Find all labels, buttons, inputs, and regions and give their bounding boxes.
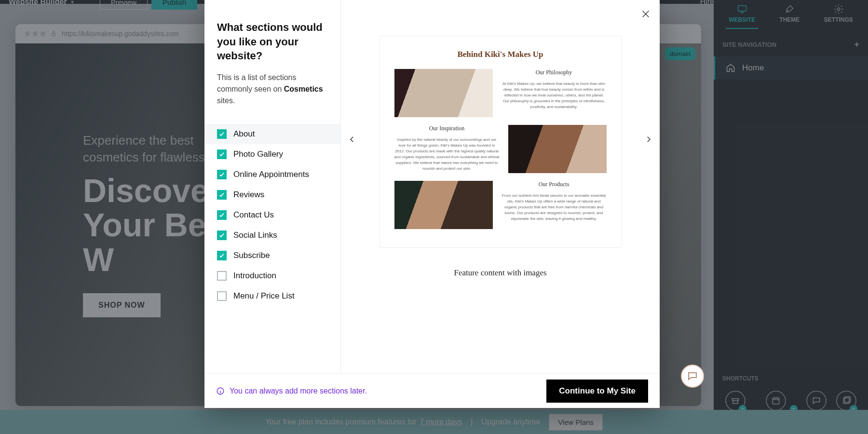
info-icon bbox=[216, 387, 225, 395]
section-option[interactable]: Reviews bbox=[204, 185, 340, 205]
svg-rect-0 bbox=[738, 6, 746, 11]
gear-icon bbox=[833, 4, 844, 14]
modal-left-pane: What sections would you like on your web… bbox=[204, 0, 341, 373]
chat-bubble-button[interactable] bbox=[681, 365, 704, 388]
plus-icon[interactable]: + bbox=[854, 40, 859, 50]
check-icon bbox=[218, 252, 225, 259]
brush-icon bbox=[784, 4, 795, 14]
modal-description: This is a list of sections commonly seen… bbox=[217, 72, 328, 107]
prev-arrow[interactable] bbox=[348, 134, 356, 147]
chevron-right-icon bbox=[644, 135, 653, 144]
upgrade-banner: Your free plan includes premium features… bbox=[0, 410, 868, 434]
section-label: Introduction bbox=[233, 271, 276, 281]
separator: | bbox=[471, 418, 473, 426]
section-label: Photo Gallery bbox=[233, 149, 283, 159]
banner-text: Your free plan includes premium features… bbox=[265, 418, 417, 426]
modal-title: What sections would you like on your web… bbox=[217, 20, 328, 63]
preview-image bbox=[394, 181, 493, 229]
next-arrow[interactable] bbox=[644, 134, 653, 147]
desc-text: sites. bbox=[217, 96, 235, 105]
tab-website[interactable]: WEBSITE bbox=[726, 2, 758, 29]
preview-block-body: Inspired by the natural beauty of our su… bbox=[394, 137, 500, 172]
section-list: AboutPhoto GalleryOnline AppointmentsRev… bbox=[204, 124, 340, 306]
section-option[interactable]: Subscribe bbox=[204, 245, 340, 266]
check-icon bbox=[218, 171, 225, 178]
section-title: SITE NAVIGATION bbox=[722, 41, 776, 48]
preview-block-heading: Our Philosophy bbox=[502, 69, 607, 76]
preview-button[interactable]: Preview bbox=[100, 0, 148, 10]
footer-info: You can always add more sections later. bbox=[216, 387, 367, 395]
chevron-down-icon[interactable]: ▾ bbox=[71, 0, 74, 5]
checkbox[interactable] bbox=[217, 271, 227, 281]
check-icon bbox=[218, 131, 225, 137]
continue-button[interactable]: Continue to My Site bbox=[546, 380, 648, 403]
check-icon bbox=[218, 191, 225, 198]
section-label: Online Appointments bbox=[233, 170, 309, 179]
chevron-left-icon bbox=[348, 135, 356, 144]
tab-theme[interactable]: THEME bbox=[776, 2, 802, 29]
banner-upgrade-text: Upgrade anytime bbox=[481, 418, 540, 426]
modal-right-pane: Behind Kiki's Makes Up Our Philosophy At… bbox=[341, 0, 660, 373]
check-icon bbox=[218, 232, 225, 239]
publish-button[interactable]: Publish bbox=[151, 0, 197, 10]
right-panel: WEBSITE THEME SETTINGS SITE NAVIGATION +… bbox=[714, 0, 868, 434]
shortcuts-title: SHORTCUTS bbox=[722, 375, 859, 382]
checkbox[interactable] bbox=[217, 129, 227, 139]
section-option[interactable]: Contact Us bbox=[204, 205, 340, 225]
preview-image bbox=[394, 69, 493, 117]
preview-title: Behind Kiki's Makes Up bbox=[394, 50, 607, 59]
section-option[interactable]: Social Links bbox=[204, 225, 340, 245]
nav-home[interactable]: Home bbox=[714, 56, 868, 80]
section-label: Subscribe bbox=[233, 251, 270, 260]
section-option[interactable]: Introduction bbox=[204, 266, 340, 286]
section-label: Social Links bbox=[233, 231, 277, 240]
desc-category: Cosmetics bbox=[284, 85, 323, 93]
popup-icon bbox=[841, 396, 851, 406]
domain-badge[interactable]: domain bbox=[665, 47, 695, 60]
svg-rect-2 bbox=[773, 398, 779, 404]
checkbox[interactable] bbox=[217, 231, 227, 240]
preview-caption: Feature content with images bbox=[454, 268, 546, 278]
app-title: Website Builder bbox=[9, 0, 67, 6]
lock-icon bbox=[50, 30, 57, 37]
footer-info-text: You can always add more sections later. bbox=[230, 387, 367, 395]
checkbox[interactable] bbox=[217, 190, 227, 200]
section-option[interactable]: Menu / Price List bbox=[204, 286, 340, 306]
section-preview: Behind Kiki's Makes Up Our Philosophy At… bbox=[380, 36, 622, 248]
nav-label: Home bbox=[742, 63, 764, 73]
svg-point-1 bbox=[837, 8, 840, 11]
section-option[interactable]: Photo Gallery bbox=[204, 144, 340, 164]
site-nav-header: SITE NAVIGATION + bbox=[714, 29, 868, 60]
view-plans-button[interactable]: View Plans bbox=[549, 414, 603, 431]
preview-block-body: At Kiki's Makes Up, we believe that beau… bbox=[502, 81, 607, 110]
section-label: Contact Us bbox=[233, 210, 274, 220]
svg-rect-5 bbox=[52, 33, 55, 36]
home-icon bbox=[726, 63, 735, 73]
checkbox[interactable] bbox=[217, 251, 227, 260]
section-option[interactable]: About bbox=[204, 124, 340, 144]
preview-image bbox=[508, 125, 607, 173]
checkbox[interactable] bbox=[217, 170, 227, 179]
monitor-icon bbox=[737, 4, 747, 14]
checkbox[interactable] bbox=[217, 291, 227, 301]
preview-block-heading: Our Products bbox=[502, 181, 607, 188]
check-icon bbox=[218, 151, 225, 158]
traffic-lights-icon bbox=[25, 31, 45, 36]
preview-block-body: From our nutrient-rich facial serums to … bbox=[502, 193, 607, 222]
tab-label: WEBSITE bbox=[729, 16, 755, 23]
section-option[interactable]: Online Appointments bbox=[204, 164, 340, 185]
checkbox[interactable] bbox=[217, 210, 227, 220]
shop-now-button[interactable]: SHOP NOW bbox=[83, 293, 161, 317]
close-icon bbox=[640, 9, 651, 19]
tab-label: SETTINGS bbox=[824, 16, 853, 23]
banner-days-link[interactable]: 7 more days bbox=[420, 418, 462, 426]
sections-modal: What sections would you like on your web… bbox=[204, 0, 660, 408]
close-button[interactable] bbox=[640, 9, 651, 21]
checkbox[interactable] bbox=[217, 149, 227, 159]
url-text: https://kikismakesup.godaddysites.com bbox=[62, 30, 179, 38]
preview-block-heading: Our Inspiration bbox=[394, 125, 500, 132]
tab-settings[interactable]: SETTINGS bbox=[821, 2, 856, 29]
section-label: About bbox=[233, 129, 255, 139]
calendar-icon bbox=[771, 396, 781, 406]
chat-icon bbox=[812, 396, 821, 406]
